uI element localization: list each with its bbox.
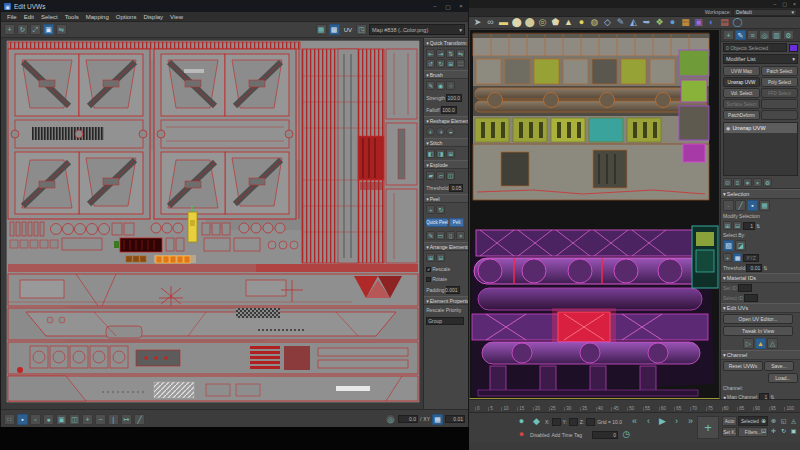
tab-hierarchy-icon[interactable]: ≡ — [747, 30, 758, 40]
cone-icon[interactable]: ▲ — [562, 17, 575, 29]
next-frame-icon[interactable]: › — [670, 416, 683, 428]
pack-normalize-icon[interactable]: ⊞ — [426, 253, 435, 262]
by-element-icon[interactable]: ▦ — [759, 200, 770, 211]
model-top-module[interactable] — [473, 32, 709, 200]
max-titlebar[interactable]: –▢× — [469, 0, 800, 8]
tube-icon[interactable]: ◍ — [588, 17, 601, 29]
straighten-icon[interactable]: ◐ — [426, 127, 435, 136]
grow-selection-icon[interactable]: ⊞ — [723, 221, 732, 230]
align-right-icon[interactable]: ⇥ — [436, 49, 445, 58]
layer-manager-icon[interactable]: ▤ — [718, 17, 731, 29]
ring-select-icon[interactable]: ↦ — [121, 414, 132, 425]
bend-modifier-icon[interactable]: ✎ — [614, 17, 627, 29]
ffd-modifier-icon[interactable]: ❖ — [653, 17, 666, 29]
brush-strength-field[interactable]: 100.0 — [446, 94, 462, 102]
go-to-end-icon[interactable]: » — [684, 416, 697, 428]
distribute-icon[interactable]: ∷ — [456, 59, 465, 68]
edge-subobject-icon[interactable]: ╱ — [735, 200, 746, 211]
quick-peel-button[interactable]: Quick Peel — [426, 218, 448, 227]
seam-edge-icon[interactable]: ▯ — [446, 231, 455, 240]
plus-gizmo-icon[interactable]: + — [723, 253, 732, 262]
align-vertical-icon[interactable]: ⇅ — [446, 49, 455, 58]
uvw-menu-2[interactable]: Select — [38, 14, 61, 20]
explode-face-icon[interactable]: ▱ — [436, 171, 445, 180]
texture-dropdown[interactable]: Map #838 (..Color.png) ▾ — [369, 24, 465, 35]
stitch-source-icon[interactable]: ◨ — [436, 149, 445, 158]
field-of-view-icon[interactable]: ◬ — [789, 416, 798, 425]
sphere-icon[interactable]: ⬤ — [510, 17, 523, 29]
relax-icon[interactable]: ◑ — [436, 127, 445, 136]
uv-selected-faces-orange[interactable] — [126, 255, 196, 263]
uv-space-icon[interactable]: ◳ — [356, 24, 367, 35]
rotate-cw-icon[interactable]: ↻ — [436, 59, 445, 68]
torus-icon[interactable]: ◎ — [536, 17, 549, 29]
uvw-menu-7[interactable]: View — [167, 14, 186, 20]
uv-right-columns[interactable] — [386, 49, 417, 263]
box-icon[interactable]: ▬ — [497, 17, 510, 29]
go-to-start-icon[interactable]: « — [628, 416, 641, 428]
padding-field[interactable]: 0.001 — [446, 286, 460, 294]
render-setup-icon[interactable]: ◐ — [705, 17, 718, 29]
modifier-stack[interactable]: ◉ Unwrap UVW — [723, 122, 798, 176]
stitch-average-icon[interactable]: ⊞ — [446, 149, 455, 158]
show-map-icon[interactable]: ▩ — [329, 24, 340, 35]
tab-display-icon[interactable]: ▥ — [771, 30, 782, 40]
relax-brush-icon[interactable]: ◉ — [436, 81, 445, 90]
rotate-tool-icon[interactable]: ↻ — [17, 24, 28, 35]
set-key-button[interactable]: Set K. — [722, 427, 737, 437]
uv-transform-icon[interactable]: ▷ — [743, 338, 754, 349]
uvw-titlebar[interactable]: ▣ Edit UVWs –▢× — [1, 1, 468, 12]
spinner-icon[interactable]: ⇅ — [763, 265, 767, 271]
pan-icon[interactable]: ✛ — [769, 426, 778, 435]
zoom-icon[interactable]: ⊕ — [759, 416, 768, 425]
auto-key-button[interactable]: Auto — [722, 416, 737, 426]
rescale-checkbox[interactable]: ✓ — [426, 267, 431, 272]
absolute-mode-icon[interactable]: ◎ — [385, 414, 396, 425]
vertex-mode-icon[interactable]: ▪ — [17, 414, 28, 425]
rollout-reshape-elements[interactable]: ▾ Reshape Elements — [424, 116, 468, 125]
z-coordinate-field[interactable] — [586, 418, 595, 426]
x-coordinate-field[interactable] — [552, 418, 561, 426]
open-uv-editor-button[interactable]: Open UV Editor... — [723, 314, 793, 324]
rollout-stitch[interactable]: ▾ Stitch — [424, 138, 468, 147]
rotate-ccw-icon[interactable]: ↺ — [426, 59, 435, 68]
create-key-button[interactable]: + — [697, 416, 719, 439]
quick-peel-icon[interactable]: + — [426, 205, 435, 214]
map-channel-radio[interactable]: ● — [723, 394, 726, 399]
xyz-chip[interactable]: XYZ — [743, 254, 759, 262]
twist-modifier-icon[interactable]: ➥ — [640, 17, 653, 29]
point-seams-icon[interactable]: ▭ — [436, 231, 445, 240]
uv-lower-strip-4[interactable] — [8, 376, 418, 401]
object-name-field[interactable]: 0 Objects Selected — [723, 43, 787, 52]
zoom-extents-icon[interactable]: ◱ — [779, 416, 788, 425]
uvw-window-button-1[interactable]: ▢ — [444, 3, 452, 10]
uv-stripes-region[interactable] — [302, 49, 384, 263]
rollout-explode[interactable]: ▾ Explode — [424, 160, 468, 169]
map-channel-field[interactable]: 1 — [759, 393, 769, 399]
uvw-menu-1[interactable]: Edit — [21, 14, 37, 20]
pin-stack-icon[interactable]: ⊙ — [723, 178, 732, 187]
object-color-swatch[interactable] — [789, 44, 798, 52]
model-top-right-column[interactable] — [679, 50, 709, 162]
add-time-tag[interactable]: Add Time Tag — [551, 432, 581, 438]
reset-peel-icon[interactable]: ↻ — [436, 205, 445, 214]
select-object-icon[interactable]: ➤ — [471, 17, 484, 29]
uv-panel-b[interactable] — [154, 49, 296, 219]
groups-field[interactable]: Group — [426, 317, 464, 325]
selection-threshold-field[interactable]: 0.01 — [746, 264, 762, 272]
teapot-icon[interactable]: ⬟ — [549, 17, 562, 29]
model-bottom-module[interactable] — [472, 226, 718, 396]
tile-checker-icon[interactable]: ▦ — [316, 24, 327, 35]
play-icon[interactable]: ▶ — [656, 416, 669, 428]
tab-create-icon[interactable]: + — [723, 30, 734, 40]
geosphere-icon[interactable]: ● — [575, 17, 588, 29]
mute-disabled-label[interactable]: Disabled — [530, 432, 549, 438]
rollout-brush[interactable]: ▾ Brush — [424, 70, 468, 79]
viewport[interactable] — [469, 29, 720, 399]
move-tool-icon[interactable]: + — [4, 24, 15, 35]
max-window-button-2[interactable]: × — [793, 1, 796, 7]
selection-lock-icon[interactable]: ◆ — [530, 416, 543, 428]
tab-utilities-icon[interactable]: ⚙ — [783, 30, 794, 40]
modifier-button-patch-select[interactable]: Patch Select — [761, 66, 798, 76]
shrink-selection-icon[interactable]: − — [95, 414, 106, 425]
